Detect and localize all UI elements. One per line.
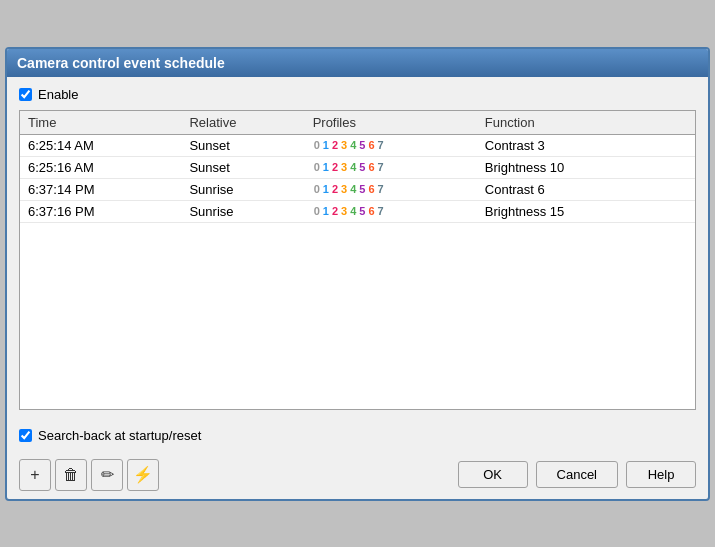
cell-time: 6:37:14 PM (20, 178, 181, 200)
cell-function: Contrast 3 (477, 134, 664, 156)
flash-icon: ⚡ (133, 465, 153, 484)
enable-row: Enable (19, 87, 696, 102)
cell-function: Brightness 10 (477, 156, 664, 178)
camera-control-dialog: Camera control event schedule Enable Tim… (5, 47, 710, 501)
profile-num-5: 5 (358, 139, 366, 151)
profile-num-7: 7 (377, 183, 385, 195)
profile-num-3: 3 (340, 183, 348, 195)
ok-button[interactable]: OK (458, 461, 528, 488)
profile-num-0: 0 (313, 183, 321, 195)
cell-time: 6:37:16 PM (20, 200, 181, 222)
profile-num-7: 7 (377, 161, 385, 173)
enable-checkbox[interactable] (19, 88, 32, 101)
col-header-spacer (664, 111, 695, 135)
profile-num-5: 5 (358, 161, 366, 173)
schedule-table-body: 6:25:14 AMSunset01234567Contrast 36:25:1… (20, 134, 695, 222)
profile-num-3: 3 (340, 205, 348, 217)
profile-num-1: 1 (322, 183, 330, 195)
profile-num-3: 3 (340, 139, 348, 151)
profile-num-1: 1 (322, 139, 330, 151)
profile-num-0: 0 (313, 205, 321, 217)
flash-button[interactable]: ⚡ (127, 459, 159, 491)
dialog-content: Enable Time Relative Profiles Function 6… (7, 77, 708, 420)
col-header-function: Function (477, 111, 664, 135)
cancel-button[interactable]: Cancel (536, 461, 618, 488)
profile-num-2: 2 (331, 139, 339, 151)
bottom-section: Search-back at startup/reset (7, 420, 708, 451)
search-back-row: Search-back at startup/reset (19, 428, 696, 443)
col-header-relative: Relative (181, 111, 304, 135)
profile-num-0: 0 (313, 139, 321, 151)
profile-num-1: 1 (322, 161, 330, 173)
cell-relative: Sunrise (181, 200, 304, 222)
profile-num-3: 3 (340, 161, 348, 173)
cell-profiles: 01234567 (305, 156, 477, 178)
dialog-title: Camera control event schedule (7, 49, 708, 77)
delete-button[interactable]: 🗑 (55, 459, 87, 491)
profile-num-4: 4 (349, 205, 357, 217)
profile-num-5: 5 (358, 183, 366, 195)
cell-relative: Sunset (181, 156, 304, 178)
table-row[interactable]: 6:37:14 PMSunrise01234567Contrast 6 (20, 178, 695, 200)
add-button[interactable]: + (19, 459, 51, 491)
schedule-table-container: Time Relative Profiles Function 6:25:14 … (19, 110, 696, 410)
left-toolbar-buttons: + 🗑 ✏ ⚡ (19, 459, 450, 491)
profile-num-0: 0 (313, 161, 321, 173)
profile-num-5: 5 (358, 205, 366, 217)
edit-icon: ✏ (101, 465, 114, 484)
cell-profiles: 01234567 (305, 134, 477, 156)
schedule-table: Time Relative Profiles Function 6:25:14 … (20, 111, 695, 223)
col-header-profiles: Profiles (305, 111, 477, 135)
table-row[interactable]: 6:25:16 AMSunset01234567Brightness 10 (20, 156, 695, 178)
profile-num-6: 6 (367, 183, 375, 195)
cell-profiles: 01234567 (305, 200, 477, 222)
profile-num-2: 2 (331, 183, 339, 195)
table-row[interactable]: 6:37:16 PMSunrise01234567Brightness 15 (20, 200, 695, 222)
cell-profiles: 01234567 (305, 178, 477, 200)
cell-function: Contrast 6 (477, 178, 664, 200)
cell-relative: Sunrise (181, 178, 304, 200)
table-row[interactable]: 6:25:14 AMSunset01234567Contrast 3 (20, 134, 695, 156)
search-back-checkbox[interactable] (19, 429, 32, 442)
profile-num-7: 7 (377, 139, 385, 151)
profile-num-4: 4 (349, 161, 357, 173)
profile-num-7: 7 (377, 205, 385, 217)
table-header-row: Time Relative Profiles Function (20, 111, 695, 135)
cell-function: Brightness 15 (477, 200, 664, 222)
profile-num-6: 6 (367, 205, 375, 217)
profile-num-4: 4 (349, 183, 357, 195)
profile-num-2: 2 (331, 205, 339, 217)
cell-time: 6:25:14 AM (20, 134, 181, 156)
search-back-label: Search-back at startup/reset (38, 428, 201, 443)
profile-num-4: 4 (349, 139, 357, 151)
right-action-buttons: OK Cancel Help (458, 461, 696, 488)
cell-relative: Sunset (181, 134, 304, 156)
edit-button[interactable]: ✏ (91, 459, 123, 491)
profile-num-1: 1 (322, 205, 330, 217)
cell-time: 6:25:16 AM (20, 156, 181, 178)
profile-num-6: 6 (367, 139, 375, 151)
add-icon: + (30, 466, 39, 484)
profile-num-2: 2 (331, 161, 339, 173)
help-button[interactable]: Help (626, 461, 696, 488)
enable-label: Enable (38, 87, 78, 102)
profile-num-6: 6 (367, 161, 375, 173)
col-header-time: Time (20, 111, 181, 135)
button-row: + 🗑 ✏ ⚡ OK Cancel Help (7, 451, 708, 499)
delete-icon: 🗑 (63, 466, 79, 484)
